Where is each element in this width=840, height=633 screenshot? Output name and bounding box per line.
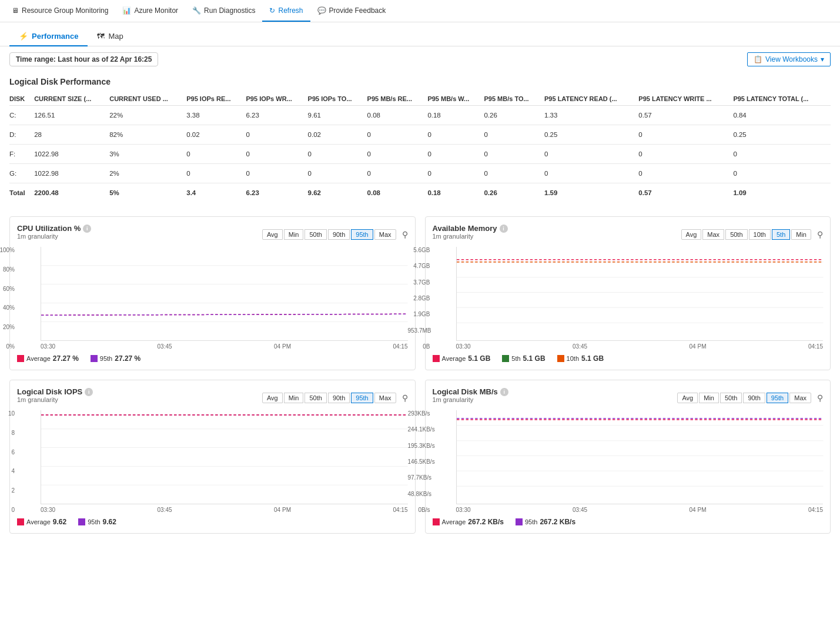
chevron-down-icon: ▾: [821, 55, 824, 63]
cpu-chart-card: CPU Utilization % i 1m granularity Avg M…: [9, 216, 416, 370]
cpu-btn-group: Avg Min 50th 90th 95th Max: [262, 229, 396, 240]
iops-chart-card: Logical Disk IOPS i 1m granularity Avg M…: [9, 380, 416, 534]
mbps-legend-95th: 95th 267.2 KB/s: [516, 518, 575, 526]
iops-legend-95th: 95th 9.62: [78, 518, 116, 526]
resource-group-icon: 🖥: [12, 6, 19, 15]
memory-btn-group: Avg Max 50th 10th 5th Min: [681, 229, 811, 240]
memory-chart-card: Available Memory i 1m granularity Avg Ma…: [425, 216, 831, 370]
memory-pin-icon[interactable]: ⚲: [817, 230, 823, 239]
table-row: G:1022.982%000000000: [9, 164, 831, 183]
col-current-used: CURRENT USED ...: [109, 92, 186, 106]
iops-btn-50th[interactable]: 50th: [304, 393, 326, 403]
memory-btn-max[interactable]: Max: [702, 229, 724, 240]
iops-x-labels: 03:3003:4504 PM04:15: [41, 507, 408, 513]
mbps-chart-area: [456, 410, 824, 504]
iops-btn-group: Avg Min 50th 90th 95th Max: [262, 393, 396, 403]
iops-legend-avg: Average 9.62: [17, 518, 66, 526]
memory-btn-5th[interactable]: 5th: [772, 229, 790, 240]
tab-bar: ⚡ Performance 🗺 Map: [0, 22, 840, 46]
memory-info-icon[interactable]: i: [500, 225, 508, 233]
mbps-chart-title: Logical Disk MB/s: [433, 387, 498, 396]
nav-provide-feedback[interactable]: 💬 Provide Feedback: [310, 0, 393, 22]
col-p95-iops-wr: P95 IOPs WR...: [246, 92, 308, 106]
iops-btn-95th[interactable]: 95th: [351, 393, 373, 403]
iops-btn-90th[interactable]: 90th: [328, 393, 350, 403]
run-diagnostics-icon: 🔧: [192, 6, 201, 15]
cpu-legend: Average 27.27 % 95th 27.27 %: [17, 354, 408, 363]
memory-btn-avg[interactable]: Avg: [681, 229, 702, 240]
performance-tab-icon: ⚡: [19, 32, 28, 41]
mbps-chart-card: Logical Disk MB/s i 1m granularity Avg M…: [425, 380, 831, 534]
col-p95-lat-total: P95 LATENCY TOTAL (...: [733, 92, 831, 106]
col-p95-mb-w: P95 MB/s W...: [427, 92, 484, 106]
memory-x-labels: 03:3003:4504 PM04:15: [456, 343, 824, 350]
nav-azure-monitor[interactable]: 📊 Azure Monitor: [115, 0, 185, 22]
charts-grid: CPU Utilization % i 1m granularity Avg M…: [0, 212, 840, 543]
mbps-btn-50th[interactable]: 50th: [720, 393, 742, 403]
col-p95-mb-re: P95 MB/s RE...: [367, 92, 428, 106]
mbps-btn-avg[interactable]: Avg: [677, 393, 698, 403]
cpu-btn-95th[interactable]: 95th: [351, 229, 373, 240]
tab-map[interactable]: 🗺 Map: [88, 27, 132, 46]
top-nav: 🖥 Resource Group Monitoring 📊 Azure Moni…: [0, 0, 840, 22]
view-workbooks-button[interactable]: 📋 View Workbooks ▾: [747, 52, 831, 66]
memory-y-labels: 5.6GB4.7GB3.7GB2.8GB1.9GB953.7MB0B: [408, 247, 430, 350]
memory-legend-10th: 10th 5.1 GB: [557, 354, 604, 363]
iops-pin-icon[interactable]: ⚲: [402, 393, 408, 403]
feedback-icon: 💬: [317, 6, 326, 15]
time-range-bar: Time range: Last hour as of 22 Apr 16:25…: [0, 46, 840, 72]
mbps-pin-icon[interactable]: ⚲: [817, 393, 823, 403]
cpu-pin-icon[interactable]: ⚲: [402, 230, 408, 239]
nav-refresh[interactable]: ↻ Refresh: [262, 0, 310, 22]
cpu-btn-max[interactable]: Max: [374, 229, 396, 240]
mbps-x-labels: 03:3003:4504 PM04:15: [456, 507, 824, 513]
mbps-btn-90th[interactable]: 90th: [743, 393, 765, 403]
cpu-legend-95th: 95th 27.27 %: [91, 354, 140, 363]
mbps-info-icon[interactable]: i: [500, 388, 508, 396]
cpu-info-icon[interactable]: i: [83, 225, 91, 233]
disk-performance-section: Logical Disk Performance DISK CURRENT SI…: [0, 72, 840, 212]
disk-performance-table: DISK CURRENT SIZE (... CURRENT USED ... …: [9, 92, 831, 202]
mbps-btn-95th[interactable]: 95th: [767, 393, 788, 403]
iops-chart-title: Logical Disk IOPS: [17, 387, 82, 396]
iops-btn-max[interactable]: Max: [374, 393, 396, 403]
mbps-legend: Average 267.2 KB/s 95th 267.2 KB/s: [433, 518, 824, 526]
cpu-btn-50th[interactable]: 50th: [304, 229, 326, 240]
iops-btn-min[interactable]: Min: [284, 393, 304, 403]
memory-btn-min[interactable]: Min: [791, 229, 811, 240]
mbps-btn-min[interactable]: Min: [699, 393, 719, 403]
memory-legend: Average 5.1 GB 5th 5.1 GB 10th 5.1 GB: [433, 354, 824, 363]
iops-btn-avg[interactable]: Avg: [262, 393, 283, 403]
cpu-chart-area: [41, 247, 408, 341]
mbps-chart-subtitle: 1m granularity: [433, 396, 508, 403]
mbps-btn-max[interactable]: Max: [789, 393, 811, 403]
iops-legend: Average 9.62 95th 9.62: [17, 518, 408, 526]
table-row: C:126.5122%3.386.239.610.080.180.261.330…: [9, 106, 831, 125]
svg-line-5: [41, 314, 408, 315]
nav-resource-group[interactable]: 🖥 Resource Group Monitoring: [5, 0, 115, 22]
disk-performance-title: Logical Disk Performance: [9, 77, 831, 86]
iops-info-icon[interactable]: i: [85, 388, 93, 396]
col-p95-mb-to: P95 MB/s TO...: [484, 92, 544, 106]
map-tab-icon: 🗺: [97, 32, 105, 41]
table-row: Total2200.485%3.46.239.620.080.180.261.5…: [9, 183, 831, 203]
nav-run-diagnostics[interactable]: 🔧 Run Diagnostics: [185, 0, 262, 22]
mbps-legend-avg: Average 267.2 KB/s: [433, 518, 504, 526]
cpu-btn-avg[interactable]: Avg: [262, 229, 283, 240]
cpu-y-labels: 100%80%60%40%20%0%: [0, 247, 15, 350]
mbps-y-labels: 293KB/s244.1KB/s195.3KB/s146.5KB/s97.7KB…: [408, 410, 430, 513]
col-p95-iops-re: P95 IOPs RE...: [186, 92, 246, 106]
cpu-btn-min[interactable]: Min: [284, 229, 304, 240]
memory-btn-10th[interactable]: 10th: [749, 229, 771, 240]
cpu-avg-color: [17, 355, 24, 362]
tab-performance[interactable]: ⚡ Performance: [9, 27, 88, 46]
memory-legend-avg: Average 5.1 GB: [433, 354, 491, 363]
time-range-selector[interactable]: Time range: Last hour as of 22 Apr 16:25: [9, 52, 158, 66]
iops-chart-area: [41, 410, 408, 504]
table-row: F:1022.983%000000000: [9, 145, 831, 164]
cpu-legend-avg: Average 27.27 %: [17, 354, 79, 363]
cpu-btn-90th[interactable]: 90th: [328, 229, 350, 240]
memory-chart-subtitle: 1m granularity: [433, 233, 508, 240]
memory-btn-50th[interactable]: 50th: [725, 229, 747, 240]
table-row: D:2882%0.0200.020000.2500.25: [9, 125, 831, 145]
